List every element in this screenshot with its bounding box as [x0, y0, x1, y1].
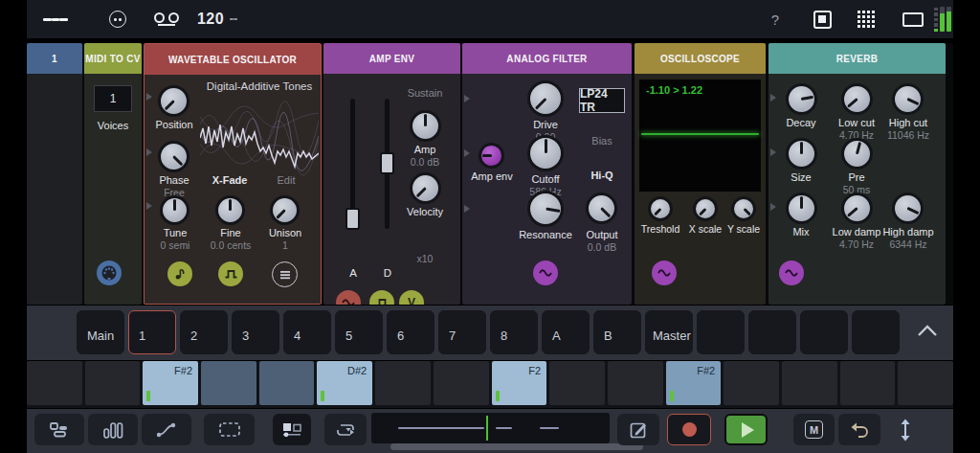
voices-value-box[interactable]: 1 — [94, 85, 132, 112]
note-pad[interactable] — [259, 361, 315, 405]
note-pad[interactable] — [608, 361, 663, 405]
pattern-button-master[interactable]: Master — [645, 310, 693, 354]
mute-icon[interactable]: M — [793, 414, 835, 445]
low-damp-knob[interactable] — [841, 193, 873, 224]
mod-input-arrow[interactable] — [146, 202, 152, 210]
treshold-knob[interactable] — [648, 196, 673, 221]
cutoff-knob[interactable] — [527, 135, 564, 171]
undo-icon[interactable] — [838, 414, 880, 445]
gate-pulse-icon[interactable] — [218, 261, 243, 286]
sine-icon[interactable] — [779, 260, 804, 285]
record-icon[interactable] — [667, 414, 711, 445]
note-pad[interactable]: D#2 — [317, 361, 372, 405]
pattern-button-4[interactable]: 4 — [283, 310, 331, 354]
pattern-button-a[interactable]: A — [542, 310, 590, 354]
resize-vertical-icon[interactable] — [890, 414, 921, 445]
tune-knob[interactable] — [160, 195, 189, 225]
module-header[interactable]: MIDI TO CV — [84, 43, 142, 74]
midi-din-icon[interactable] — [97, 260, 122, 285]
velocity-knob[interactable] — [410, 172, 441, 204]
note-pad[interactable] — [782, 361, 837, 405]
note-pad[interactable] — [434, 361, 489, 405]
edit-button[interactable]: Edit — [257, 174, 315, 186]
sine-icon[interactable] — [652, 260, 677, 285]
fine-knob[interactable] — [215, 195, 245, 225]
size-knob[interactable] — [786, 138, 817, 170]
pattern-button-main[interactable]: Main — [77, 310, 124, 354]
drive-knob[interactable] — [527, 80, 564, 117]
pattern-button-7[interactable]: 7 — [438, 310, 486, 354]
mod-input-arrow[interactable] — [770, 148, 776, 156]
window-icon[interactable] — [902, 0, 924, 38]
position-knob[interactable] — [158, 85, 189, 117]
attack-slider[interactable] — [350, 99, 355, 229]
sine-icon[interactable] — [533, 260, 558, 285]
note-pad[interactable] — [898, 361, 953, 405]
resonance-knob[interactable] — [527, 191, 564, 227]
decay-knob[interactable] — [786, 83, 817, 115]
mixer-view-icon[interactable] — [88, 414, 138, 445]
note-pad[interactable]: F#2 — [666, 361, 722, 405]
sine-icon[interactable] — [336, 290, 361, 305]
note-pad[interactable] — [840, 361, 896, 405]
mix-knob[interactable] — [786, 193, 817, 224]
note-pad[interactable] — [27, 361, 82, 405]
mod-input-arrow[interactable] — [464, 149, 470, 157]
help-icon[interactable]: ? — [766, 0, 785, 38]
module-header[interactable]: WAVETABLE OSCILLATOR — [145, 44, 321, 75]
phase-knob[interactable] — [158, 141, 189, 172]
y-scale-knob[interactable] — [731, 196, 756, 221]
pattern-button-1[interactable]: 1 — [128, 310, 176, 354]
loop-icon[interactable] — [324, 414, 367, 445]
pattern-button-empty[interactable] — [800, 310, 848, 354]
note-pad[interactable] — [85, 361, 141, 405]
pattern-button-empty[interactable] — [852, 310, 900, 354]
note-pad[interactable] — [375, 361, 431, 405]
chevron-up-icon[interactable] — [915, 319, 940, 344]
mod-input-arrow[interactable] — [464, 205, 470, 213]
module-header[interactable]: OSCILLOSCOPE — [635, 43, 766, 74]
note-pad[interactable] — [724, 361, 779, 405]
automation-view-icon[interactable] — [142, 414, 191, 445]
tape-icon[interactable] — [153, 0, 180, 38]
pattern-button-empty[interactable] — [697, 310, 745, 354]
grid-icon[interactable] — [856, 0, 877, 38]
output-knob[interactable] — [586, 193, 617, 224]
module-header[interactable]: ANALOG FILTER — [462, 43, 632, 74]
song-minimap[interactable] — [371, 413, 610, 443]
module-header[interactable]: AMP ENV — [323, 43, 460, 74]
note-pad[interactable]: F2 — [492, 361, 547, 405]
unison-knob[interactable] — [270, 195, 300, 225]
velocity-icon[interactable]: V — [399, 290, 424, 305]
module-header[interactable]: REVERB — [768, 43, 946, 74]
pattern-button-2[interactable]: 2 — [180, 310, 228, 354]
high-cut-knob[interactable] — [892, 83, 924, 115]
mod-input-arrow[interactable] — [464, 95, 470, 102]
pattern-button-b[interactable]: B — [593, 310, 641, 354]
pattern-button-3[interactable]: 3 — [232, 310, 279, 354]
mod-input-arrow[interactable] — [146, 148, 152, 156]
pitch-note-icon[interactable] — [167, 261, 192, 286]
filter-mode-button[interactable]: LP24 TR — [579, 88, 625, 113]
low-cut-knob[interactable] — [841, 83, 873, 115]
hiq-button[interactable]: Hi-Q — [573, 170, 631, 181]
stop-frame-icon[interactable] — [812, 0, 833, 38]
mod-input-arrow[interactable] — [770, 94, 776, 102]
x-scale-knob[interactable] — [693, 196, 718, 221]
decay-slider[interactable] — [385, 99, 390, 229]
pattern-button-8[interactable]: 8 — [490, 310, 538, 354]
pre-knob[interactable] — [841, 138, 873, 170]
kebab-icon[interactable] — [230, 0, 237, 38]
note-pad[interactable]: F#2 — [143, 361, 198, 405]
track-header[interactable]: 1 — [27, 43, 82, 74]
mod-input-arrow[interactable] — [770, 203, 776, 211]
select-icon[interactable] — [204, 414, 255, 445]
horizontal-scrollbar[interactable] — [390, 443, 643, 450]
amp-env-amount-knob[interactable] — [479, 143, 504, 169]
mod-input-arrow[interactable] — [146, 93, 152, 101]
rack-view-icon[interactable] — [34, 414, 84, 445]
high-damp-knob[interactable] — [892, 193, 924, 224]
edit-icon[interactable] — [617, 414, 659, 445]
pads-view-icon[interactable] — [273, 414, 311, 445]
note-pad[interactable] — [201, 361, 256, 405]
